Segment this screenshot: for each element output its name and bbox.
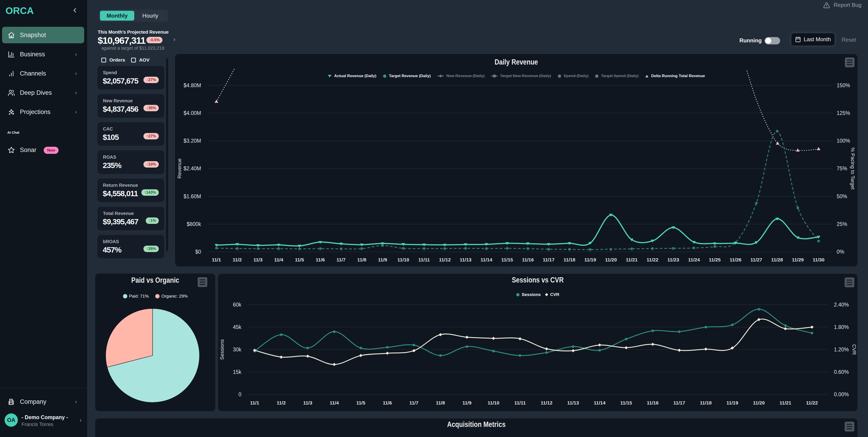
svg-text:11/28: 11/28 — [771, 257, 783, 262]
svg-text:11/13: 11/13 — [567, 400, 579, 405]
svg-text:11/10: 11/10 — [488, 400, 499, 405]
svg-text:0: 0 — [238, 391, 241, 398]
svg-text:11/2: 11/2 — [277, 400, 286, 405]
svg-text:11/21: 11/21 — [779, 400, 792, 405]
svg-text:0.60%: 0.60% — [834, 369, 849, 375]
svg-text:11/30: 11/30 — [813, 257, 824, 262]
svg-text:CVR: CVR — [851, 344, 857, 355]
svg-text:11/3: 11/3 — [303, 400, 312, 405]
svg-text:11/14: 11/14 — [594, 400, 606, 405]
svg-text:11/6: 11/6 — [316, 257, 325, 262]
svg-text:0.00%: 0.00% — [834, 391, 849, 398]
svg-text:$4.80M: $4.80M — [184, 82, 201, 88]
svg-text:11/18: 11/18 — [563, 257, 576, 262]
svg-text:11/11: 11/11 — [514, 400, 526, 405]
svg-text:11/4: 11/4 — [274, 257, 283, 262]
svg-text:11/15: 11/15 — [620, 400, 632, 405]
svg-text:30k: 30k — [233, 347, 242, 352]
svg-text:$1.60M: $1.60M — [184, 194, 201, 199]
svg-text:11/16: 11/16 — [647, 400, 658, 405]
svg-text:11/24: 11/24 — [688, 257, 700, 262]
svg-text:11/9: 11/9 — [462, 400, 471, 405]
svg-text:11/8: 11/8 — [436, 400, 445, 405]
svg-text:15k: 15k — [233, 369, 242, 375]
svg-text:1.80%: 1.80% — [834, 324, 849, 330]
svg-text:11/2: 11/2 — [233, 257, 242, 262]
svg-text:11/11: 11/11 — [418, 257, 430, 262]
svg-text:45k: 45k — [233, 324, 242, 330]
svg-text:11/29: 11/29 — [792, 257, 804, 262]
svg-text:$2.40M: $2.40M — [184, 166, 201, 171]
svg-text:50%: 50% — [837, 194, 847, 199]
svg-text:11/27: 11/27 — [750, 257, 762, 262]
svg-text:125%: 125% — [837, 110, 850, 116]
svg-text:11/23: 11/23 — [668, 257, 679, 262]
svg-text:11/22: 11/22 — [806, 400, 818, 405]
svg-text:150%: 150% — [837, 82, 850, 88]
svg-text:11/19: 11/19 — [584, 257, 596, 262]
svg-text:11/16: 11/16 — [522, 257, 534, 262]
svg-text:11/5: 11/5 — [295, 257, 304, 262]
svg-text:1.20%: 1.20% — [834, 347, 849, 352]
svg-text:11/5: 11/5 — [356, 400, 365, 405]
svg-text:11/25: 11/25 — [709, 257, 721, 262]
svg-text:Sessions: Sessions — [219, 339, 225, 360]
svg-text:11/9: 11/9 — [378, 257, 387, 262]
svg-text:11/12: 11/12 — [540, 400, 552, 405]
svg-text:$3.20M: $3.20M — [184, 138, 201, 144]
svg-text:75%: 75% — [837, 166, 847, 171]
svg-text:11/21: 11/21 — [626, 257, 638, 262]
svg-text:11/13: 11/13 — [460, 257, 471, 262]
svg-text:11/7: 11/7 — [337, 257, 346, 262]
svg-text:11/26: 11/26 — [730, 257, 741, 262]
svg-text:11/19: 11/19 — [726, 400, 738, 405]
svg-text:60k: 60k — [233, 302, 242, 308]
svg-text:11/4: 11/4 — [330, 400, 339, 405]
svg-text:25%: 25% — [837, 221, 847, 227]
svg-text:100%: 100% — [837, 138, 850, 144]
svg-text:11/14: 11/14 — [480, 257, 492, 262]
svg-text:11/1: 11/1 — [250, 400, 259, 405]
svg-text:11/20: 11/20 — [753, 400, 765, 405]
svg-text:11/12: 11/12 — [439, 257, 451, 262]
svg-text:11/17: 11/17 — [673, 400, 685, 405]
svg-text:$4.00M: $4.00M — [184, 110, 201, 116]
svg-text:11/15: 11/15 — [501, 257, 513, 262]
svg-text:11/18: 11/18 — [700, 400, 712, 405]
svg-text:11/1: 11/1 — [212, 257, 221, 262]
svg-text:11/7: 11/7 — [409, 400, 418, 405]
svg-text:2.40%: 2.40% — [834, 302, 849, 308]
svg-text:11/8: 11/8 — [357, 257, 366, 262]
svg-text:11/3: 11/3 — [253, 257, 262, 262]
svg-text:11/6: 11/6 — [383, 400, 392, 405]
svg-text:0%: 0% — [837, 249, 844, 255]
svg-text:11/10: 11/10 — [397, 257, 409, 262]
svg-text:Revenue: Revenue — [177, 158, 182, 179]
svg-text:$0: $0 — [195, 249, 201, 255]
svg-text:11/20: 11/20 — [605, 257, 617, 262]
svg-text:11/22: 11/22 — [647, 257, 658, 262]
svg-text:11/17: 11/17 — [543, 257, 554, 262]
svg-text:$800k: $800k — [187, 221, 201, 227]
svg-text:% Pacing to Target: % Pacing to Target — [850, 147, 856, 190]
